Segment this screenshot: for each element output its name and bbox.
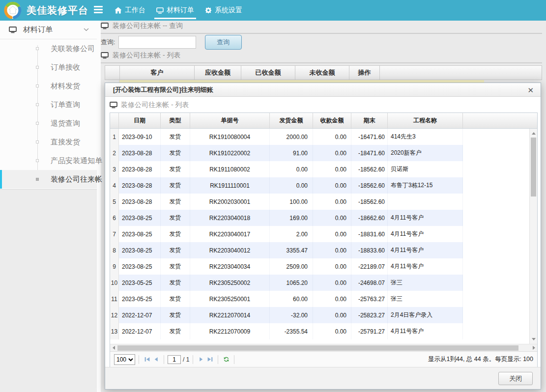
sidebar-gap (97, 21, 101, 392)
table-row[interactable]: 12023-09-10发货RK19100800042000.000.00-164… (110, 129, 463, 145)
customer-column-header-0[interactable]: 客户 (120, 66, 195, 80)
row-number-header[interactable] (110, 113, 119, 128)
customer-column-header-1[interactable]: 应收金额 (195, 66, 241, 80)
tree-bullet-icon (36, 66, 39, 69)
query-input[interactable] (118, 36, 196, 49)
row-number-cell: 4 (110, 177, 119, 194)
row-number-cell: 9 (110, 258, 119, 275)
table-row[interactable]: 92023-08-25发货RK22030400342509.000.00-221… (110, 258, 463, 275)
table-row[interactable]: 132022-12-07发货RK2212070009-2355.540.00-2… (110, 323, 463, 339)
close-button[interactable]: 关闭 (498, 372, 533, 385)
table-cell: 0.00 (313, 161, 351, 177)
table-cell: -16471.60 (351, 129, 388, 145)
app-title: 美佳装修平台 (27, 4, 88, 17)
nav-item-label: 系统设置 (215, 6, 242, 15)
sidebar-item-0[interactable]: 关联装修公司 (0, 39, 97, 58)
table-row[interactable]: 42023-08-28发货RK19111100010.000.00-18562.… (110, 177, 463, 194)
customer-column-header-2[interactable]: 已收金额 (241, 66, 295, 80)
table-cell: 2023-08-25 (119, 242, 161, 258)
refresh-icon[interactable] (222, 355, 230, 364)
table-row[interactable]: 72023-08-25发货RK22030400172.000.00-18831.… (110, 226, 463, 242)
table-cell: RK2203040017 (190, 226, 270, 242)
table-row[interactable]: 32023-08-28发货RK19110800020.000.00-18562.… (110, 161, 463, 177)
close-icon[interactable]: ✕ (525, 85, 536, 96)
horizontal-scrollbar-thumb[interactable] (117, 345, 518, 351)
table-row[interactable]: 112023-05-25发货RK230525000160.000.00-2576… (110, 291, 463, 307)
table-cell: 贝诺斯 (388, 161, 463, 177)
scroll-up-icon[interactable] (530, 130, 537, 137)
table-cell: 2023-05-25 (119, 291, 161, 307)
table-cell: 4月11号客户 (388, 242, 463, 258)
row-number-header[interactable] (105, 66, 120, 80)
table-cell: 张三 (388, 275, 463, 291)
table-row[interactable]: 62023-08-25发货RK2203040018169.000.00-1866… (110, 210, 463, 226)
page-number-input[interactable] (168, 355, 181, 364)
detail-column-header-0[interactable]: 日期 (119, 113, 161, 128)
scroll-down-icon[interactable] (530, 336, 537, 343)
sidebar-item-4[interactable]: 退货查询 (0, 114, 97, 133)
table-row[interactable]: 22023-08-28发货RK191022000291.000.00-18471… (110, 145, 463, 161)
detail-column-header-3[interactable]: 发货金额 (270, 113, 313, 128)
table-row[interactable]: 102023-05-25发货RK23052500021065.200.00-24… (110, 275, 463, 291)
vertical-scrollbar-thumb[interactable] (531, 138, 536, 196)
table-cell: 发货 (161, 242, 190, 258)
last-page-button[interactable] (205, 355, 214, 364)
table-row[interactable]: 122022-12-07发货RK2212070014-32.000.00-258… (110, 307, 463, 323)
detail-column-header-4[interactable]: 收款金额 (313, 113, 351, 128)
nav-item-2[interactable]: 系统设置 (200, 0, 248, 21)
table-cell: 2022-12-07 (119, 323, 161, 339)
query-section-header: 装修公司往来帐 -- 查询 (101, 22, 542, 34)
sidebar-item-7[interactable]: 装修公司往来帐 (0, 170, 97, 189)
account-detail-dialog: [开心装饰工程有限公司]往来明细账 ✕ 装修公司往来帐 - 列表 日期类型单据号… (105, 83, 541, 390)
app-logo-icon (4, 1, 22, 19)
row-number-cell: 5 (110, 194, 119, 210)
next-page-button[interactable] (197, 355, 205, 364)
table-cell: 2023-08-28 (119, 177, 161, 194)
horizontal-scrollbar[interactable] (110, 344, 537, 351)
dialog-section-header: 装修公司往来帐 - 列表 (110, 101, 232, 113)
table-cell: 2023-09-10 (119, 129, 161, 145)
scroll-left-icon[interactable] (110, 344, 117, 351)
nav-item-label: 材料订单 (167, 6, 194, 15)
prev-page-button[interactable] (151, 355, 160, 364)
nav-item-label: 工作台 (125, 6, 145, 15)
home-icon (115, 7, 122, 14)
table-cell: 3355.47 (270, 242, 313, 258)
sidebar-item-6[interactable]: 产品安装通知单 (0, 151, 97, 170)
detail-column-header-6[interactable]: 工程名称 (388, 113, 463, 128)
tree-bullet-icon (36, 84, 39, 87)
table-row[interactable]: 52023-08-28发货RK2002030001100.000.00-1856… (110, 194, 463, 210)
scroll-right-icon[interactable] (530, 344, 537, 351)
menu-toggle-icon[interactable] (94, 6, 104, 15)
detail-column-header-5[interactable]: 期末 (351, 113, 388, 128)
page-total-label: / 1 (183, 356, 189, 363)
table-cell: 2022-12-07 (119, 307, 161, 323)
table-cell: 0.00 (313, 177, 351, 194)
vertical-scrollbar[interactable] (529, 129, 537, 344)
table-cell: 发货 (161, 161, 190, 177)
nav-item-1[interactable]: 材料订单 (151, 0, 200, 21)
table-cell: RK2203040034 (190, 258, 270, 275)
sidebar-item-2[interactable]: 材料发货 (0, 77, 97, 95)
sidebar-item-label: 直接发货 (0, 138, 80, 147)
sidebar: 材料订单 关联装修公司订单接收材料发货订单查询退货查询直接发货产品安装通知单装修… (0, 21, 97, 189)
query-button[interactable]: 查询 (205, 35, 242, 50)
table-cell: 2023-05-25 (119, 275, 161, 291)
sidebar-group-material-orders[interactable]: 材料订单 (0, 21, 97, 39)
table-cell: 0.00 (313, 210, 351, 226)
query-label: 查询: (101, 38, 115, 47)
nav-item-0[interactable]: 工作台 (109, 0, 151, 21)
sidebar-item-3[interactable]: 订单查询 (0, 95, 97, 114)
page-size-select[interactable]: 100 (114, 354, 135, 365)
sidebar-item-1[interactable]: 订单接收 (0, 58, 97, 77)
table-row[interactable]: 82023-08-25发货RK22030400123355.470.00-188… (110, 242, 463, 258)
first-page-button[interactable] (143, 355, 151, 364)
customer-column-header-3[interactable]: 未收金额 (295, 66, 349, 80)
detail-column-header-1[interactable]: 类型 (161, 113, 190, 128)
detail-column-header-2[interactable]: 单据号 (190, 113, 270, 128)
tree-bullet-icon (36, 140, 39, 143)
sidebar-item-5[interactable]: 直接发货 (0, 133, 97, 151)
table-cell: 0.00 (313, 307, 351, 323)
row-number-cell: 13 (110, 323, 119, 339)
customer-column-header-4[interactable]: 操作 (349, 66, 380, 80)
